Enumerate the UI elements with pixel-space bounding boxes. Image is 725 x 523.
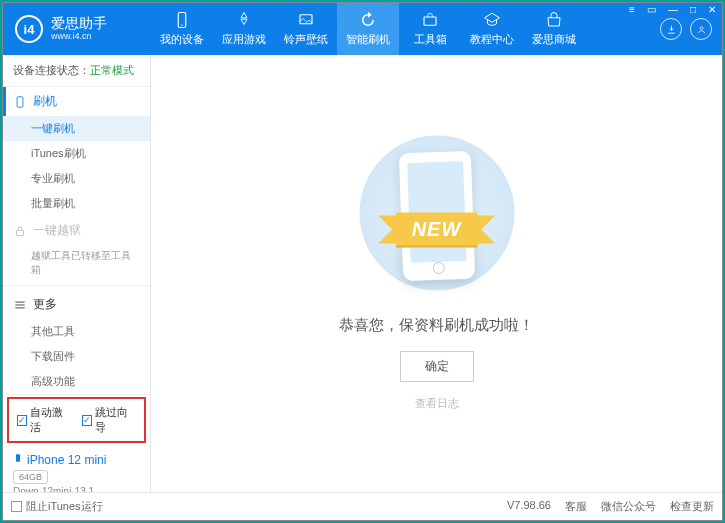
nav-tutorials[interactable]: 教程中心	[461, 3, 523, 55]
store-icon	[545, 11, 563, 29]
checkbox-label: 阻止iTunes运行	[26, 499, 103, 514]
flash-options-row: 自动激活 跳过向导	[7, 397, 146, 443]
sidebar-section-more[interactable]: 更多	[3, 290, 150, 319]
footer-link-update[interactable]: 检查更新	[670, 499, 714, 514]
sidebar-item-download-firmware[interactable]: 下载固件	[3, 344, 150, 369]
nav-toolbox[interactable]: 工具箱	[399, 3, 461, 55]
apps-icon	[235, 11, 253, 29]
svg-rect-5	[17, 96, 23, 107]
sidebar-item-oneclick-flash[interactable]: 一键刷机	[3, 116, 150, 141]
nav-store[interactable]: 爱思商城	[523, 3, 585, 55]
checkbox-label: 跳过向导	[95, 405, 136, 435]
graduation-icon	[483, 11, 501, 29]
nav-ringtones[interactable]: 铃声壁纸	[275, 3, 337, 55]
footer: 阻止iTunes运行 V7.98.66 客服 微信公众号 检查更新	[3, 492, 722, 520]
footer-version: V7.98.66	[507, 499, 551, 514]
success-message: 恭喜您，保资料刷机成功啦！	[339, 316, 534, 335]
checkbox-icon	[11, 501, 22, 512]
menu-icon	[13, 298, 27, 312]
brand-logo-icon: i4	[15, 15, 43, 43]
top-nav: 我的设备 应用游戏 铃声壁纸 智能刷机 工具箱 教程中心	[151, 3, 660, 55]
titlebar: i4 爱思助手 www.i4.cn 我的设备 应用游戏 铃声壁纸 智能刷机	[3, 3, 722, 55]
checkbox-icon	[17, 415, 27, 426]
nav-label: 工具箱	[414, 32, 447, 47]
footer-link-support[interactable]: 客服	[565, 499, 587, 514]
svg-rect-6	[17, 230, 24, 235]
checkbox-icon	[82, 415, 92, 426]
device-icon	[13, 451, 23, 468]
brand-url: www.i4.cn	[51, 32, 107, 42]
checkbox-auto-activate[interactable]: 自动激活	[17, 405, 72, 435]
phone-icon	[13, 95, 27, 109]
window-menu-icon[interactable]: ≡	[626, 2, 638, 17]
sidebar-section-label: 一键越狱	[33, 222, 81, 239]
wallpaper-icon	[297, 11, 315, 29]
nav-label: 应用游戏	[222, 32, 266, 47]
refresh-icon	[359, 11, 377, 29]
sidebar-item-other-tools[interactable]: 其他工具	[3, 319, 150, 344]
sidebar-item-itunes-flash[interactable]: iTunes刷机	[3, 141, 150, 166]
device-block[interactable]: iPhone 12 mini 64GB Down-12mini-13,1	[3, 445, 150, 492]
block-itunes-checkbox[interactable]: 阻止iTunes运行	[11, 499, 103, 514]
nav-apps[interactable]: 应用游戏	[213, 3, 275, 55]
phone-icon	[173, 11, 191, 29]
svg-rect-7	[16, 454, 20, 462]
view-log-link[interactable]: 查看日志	[415, 396, 459, 411]
window-skin-icon[interactable]: ▭	[644, 2, 659, 17]
svg-rect-3	[424, 17, 436, 25]
footer-link-wechat[interactable]: 微信公众号	[601, 499, 656, 514]
lock-icon	[13, 224, 27, 238]
device-name: iPhone 12 mini	[27, 453, 106, 467]
nav-label: 爱思商城	[532, 32, 576, 47]
nav-label: 教程中心	[470, 32, 514, 47]
new-ribbon-icon: NEW	[396, 212, 478, 245]
checkbox-skip-guide[interactable]: 跳过向导	[82, 405, 137, 435]
connection-status: 设备连接状态：正常模式	[3, 55, 150, 87]
main-content: NEW 恭喜您，保资料刷机成功啦！ 确定 查看日志	[151, 55, 722, 492]
sidebar-section-flash[interactable]: 刷机	[3, 87, 150, 116]
nav-smart-flash[interactable]: 智能刷机	[337, 3, 399, 55]
window-close-icon[interactable]: ✕	[705, 2, 719, 17]
confirm-button[interactable]: 确定	[400, 351, 474, 382]
toolbox-icon	[421, 11, 439, 29]
window-minimize-icon[interactable]: —	[665, 2, 681, 17]
brand-name: 爱思助手	[51, 16, 107, 31]
user-icon[interactable]	[690, 18, 712, 40]
brand: i4 爱思助手 www.i4.cn	[3, 15, 151, 43]
svg-point-1	[181, 25, 183, 27]
nav-my-device[interactable]: 我的设备	[151, 3, 213, 55]
sidebar-item-advanced[interactable]: 高级功能	[3, 369, 150, 394]
nav-label: 我的设备	[160, 32, 204, 47]
window-maximize-icon[interactable]: □	[687, 2, 699, 17]
svg-point-4	[700, 26, 703, 29]
sidebar-item-batch-flash[interactable]: 批量刷机	[3, 191, 150, 216]
sidebar-section-label: 更多	[33, 296, 57, 313]
nav-label: 智能刷机	[346, 32, 390, 47]
jailbreak-note: 越狱工具已转移至工具箱	[3, 245, 150, 281]
nav-label: 铃声壁纸	[284, 32, 328, 47]
sidebar-section-label: 刷机	[33, 93, 57, 110]
download-icon[interactable]	[660, 18, 682, 40]
checkbox-label: 自动激活	[30, 405, 71, 435]
sidebar-item-pro-flash[interactable]: 专业刷机	[3, 166, 150, 191]
sidebar: 设备连接状态：正常模式 刷机 一键刷机 iTunes刷机 专业刷机 批量刷机 一…	[3, 55, 151, 492]
success-illustration: NEW	[352, 136, 522, 296]
sidebar-section-jailbreak: 一键越狱	[3, 216, 150, 245]
device-storage-badge: 64GB	[13, 470, 48, 484]
